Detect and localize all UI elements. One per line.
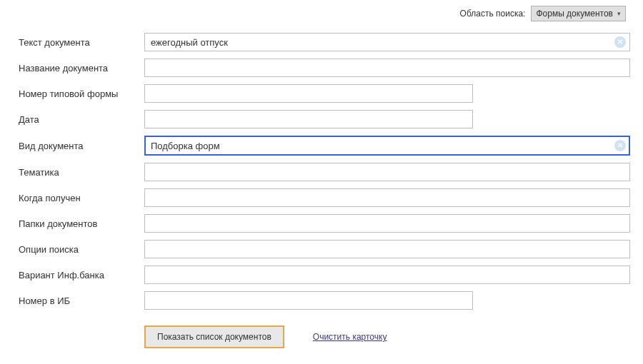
row-options: Опции поиска [13,240,630,258]
input-wrap-received [144,188,630,207]
received-input[interactable] [144,188,630,207]
topic-input[interactable] [144,163,630,181]
label-text: Текст документа [13,37,134,48]
input-wrap-form-number [144,84,473,103]
label-name: Название документа [13,63,134,74]
input-wrap-bank-variant [144,266,630,284]
input-wrap-folders [144,214,630,233]
row-received: Когда получен [13,188,630,207]
label-kind: Вид документа [13,141,134,151]
text-input[interactable] [144,33,630,51]
input-wrap-topic [144,163,630,181]
label-bank-variant: Вариант Инф.банка [13,270,134,280]
row-text: Текст документа ✕ [13,33,630,51]
form-number-input[interactable] [144,84,473,103]
input-wrap-name [144,59,630,77]
input-wrap-ib-number [144,291,473,310]
search-form: Текст документа ✕ Название документа Ном… [13,33,630,310]
options-input[interactable] [144,240,630,258]
name-input[interactable] [144,59,630,77]
label-topic: Тематика [13,167,134,178]
label-options: Опции поиска [13,244,134,255]
row-kind: Вид документа ✕ [13,136,630,156]
row-form-number: Номер типовой формы [13,84,630,103]
input-wrap-kind: ✕ [144,136,630,156]
label-ib-number: Номер в ИБ [13,295,134,306]
scope-value: Формы документов [536,9,613,19]
ib-number-input[interactable] [144,291,473,310]
scope-label: Область поиска: [460,9,526,19]
clear-icon[interactable]: ✕ [614,140,626,151]
folders-input[interactable] [144,214,630,233]
label-form-number: Номер типовой формы [13,89,134,99]
date-input[interactable] [144,110,473,128]
clear-card-link[interactable]: Очистить карточку [313,332,387,342]
row-ib-number: Номер в ИБ [13,291,630,310]
kind-input[interactable] [144,136,630,156]
label-received: Когда получен [13,193,134,203]
scope-select[interactable]: Формы документов ▾ [531,6,626,21]
input-wrap-text: ✕ [144,33,630,51]
label-date: Дата [13,114,134,125]
button-row: Показать список документов Очистить карт… [13,325,630,348]
input-wrap-options [144,240,630,258]
show-list-button[interactable]: Показать список документов [144,325,284,348]
row-date: Дата [13,110,630,128]
row-bank-variant: Вариант Инф.банка [13,266,630,284]
bank-variant-input[interactable] [144,266,630,284]
label-folders: Папки документов [13,218,134,229]
row-topic: Тематика [13,163,630,181]
row-name: Название документа [13,59,630,77]
top-bar: Область поиска: Формы документов ▾ [13,6,630,21]
chevron-down-icon: ▾ [617,10,621,17]
clear-icon[interactable]: ✕ [614,36,626,48]
row-folders: Папки документов [13,214,630,233]
input-wrap-date [144,110,473,128]
